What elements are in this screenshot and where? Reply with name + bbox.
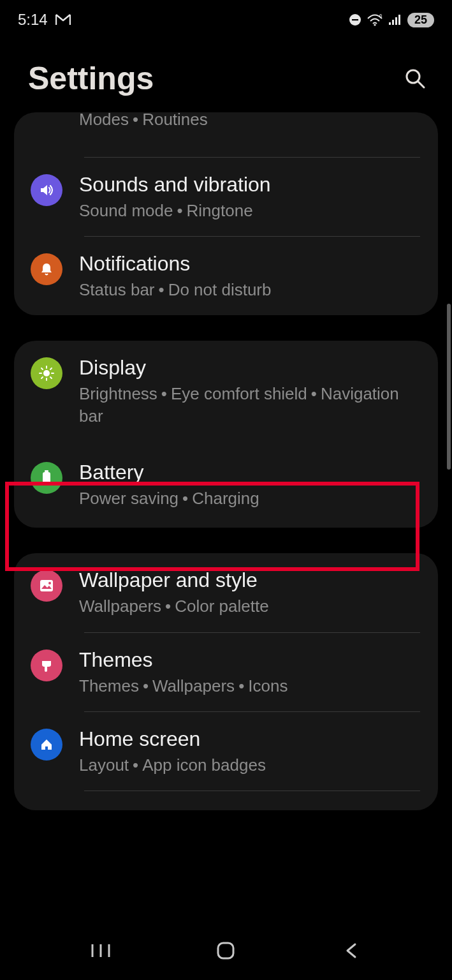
sub-b: Wallpapers [152, 676, 235, 695]
settings-list[interactable]: Modes•Routines Sounds and vibration Soun… [0, 112, 452, 929]
row-title: Notifications [79, 251, 419, 276]
sub-a: Status bar [79, 280, 155, 299]
search-button[interactable] [401, 64, 429, 93]
nav-back-button[interactable] [329, 935, 374, 967]
svg-line-9 [418, 82, 424, 87]
row-texts: Sounds and vibration Sound mode•Ringtone [79, 172, 419, 222]
svg-text:6: 6 [379, 13, 383, 19]
nav-recents-button[interactable] [78, 935, 123, 967]
sub-a: Sound mode [79, 201, 173, 220]
status-time: 5:14 [18, 11, 48, 29]
svg-rect-20 [43, 472, 50, 485]
sub-b: Ringtone [187, 201, 253, 220]
row-texts: Home screen Layout•App icon badges [79, 726, 419, 776]
row-title: Battery [79, 459, 419, 485]
row-texts: Themes Themes•Wallpapers•Icons [79, 647, 419, 697]
svg-line-15 [41, 368, 43, 369]
navigation-bar [0, 929, 452, 980]
row-texts: Notifications Status bar•Do not disturb [79, 251, 419, 301]
battery-level-badge: 25 [407, 13, 434, 27]
svg-rect-7 [398, 15, 400, 25]
page-title: Settings [28, 60, 154, 97]
settings-row-themes[interactable]: Themes Themes•Wallpapers•Icons [14, 633, 438, 711]
wifi-icon: 6 [367, 13, 383, 26]
sub-a: Modes [79, 112, 129, 129]
svg-rect-26 [218, 943, 233, 958]
settings-row-display[interactable]: Display Brightness•Eye comfort shield•Na… [14, 341, 438, 442]
settings-group-2: Display Brightness•Eye comfort shield•Na… [14, 341, 438, 528]
signal-icon [388, 14, 402, 26]
home-icon [31, 729, 62, 761]
brightness-icon [31, 357, 62, 389]
header: Settings [0, 36, 452, 112]
settings-row-modes[interactable]: Modes•Routines [14, 112, 438, 157]
svg-rect-4 [389, 22, 391, 25]
row-texts: Wallpaper and style Wallpapers•Color pal… [79, 567, 419, 618]
row-texts: Modes•Routines [79, 112, 419, 131]
settings-row-home[interactable]: Home screen Layout•App icon badges [14, 712, 438, 791]
svg-rect-1 [352, 19, 358, 20]
sub-b: Routines [142, 112, 208, 129]
row-subtitle: Sound mode•Ringtone [79, 200, 419, 222]
gmail-icon [55, 14, 71, 26]
svg-line-17 [50, 368, 52, 369]
settings-group-1: Modes•Routines Sounds and vibration Soun… [14, 112, 438, 315]
svg-rect-21 [40, 580, 53, 591]
svg-line-16 [50, 377, 52, 378]
settings-group-3: Wallpaper and style Wallpapers•Color pal… [14, 553, 438, 810]
settings-row-partial[interactable] [14, 791, 438, 810]
row-subtitle: Modes•Routines [79, 112, 419, 131]
sub-a: Power saving [79, 489, 179, 508]
sub-b: Color palette [175, 597, 268, 616]
row-subtitle: Brightness•Eye comfort shield•Navigation… [79, 383, 419, 427]
sub-b: Charging [192, 489, 259, 508]
sub-a: Brightness [79, 384, 157, 403]
nav-home-button[interactable] [203, 935, 248, 967]
sub-a: Wallpapers [79, 597, 161, 616]
recents-icon [90, 942, 112, 960]
svg-rect-19 [45, 470, 48, 472]
row-subtitle: Wallpapers•Color palette [79, 595, 419, 618]
row-title: Wallpaper and style [79, 567, 419, 593]
picture-icon [31, 570, 62, 602]
settings-row-sounds[interactable]: Sounds and vibration Sound mode•Ringtone [14, 158, 438, 236]
row-title: Display [79, 355, 419, 380]
status-right: 6 25 [349, 13, 434, 27]
dnd-icon [349, 13, 361, 26]
back-icon [342, 942, 360, 960]
svg-point-10 [43, 370, 50, 376]
svg-rect-6 [395, 17, 397, 25]
sub-a: Layout [79, 755, 129, 775]
bell-icon [31, 253, 62, 285]
sub-b: Eye comfort shield [171, 384, 307, 403]
row-texts: Display Brightness•Eye comfort shield•Na… [79, 355, 419, 427]
sub-b: App icon badges [142, 755, 266, 775]
status-bar: 5:14 6 25 [0, 0, 452, 36]
sub-c: Icons [248, 676, 288, 695]
svg-rect-5 [392, 20, 394, 25]
paint-brush-icon [31, 650, 62, 681]
svg-line-18 [41, 377, 43, 378]
battery-icon [31, 462, 62, 494]
volume-icon [31, 174, 62, 206]
search-icon [404, 68, 426, 89]
row-title: Themes [79, 647, 419, 672]
home-nav-icon [215, 940, 237, 961]
row-subtitle: Themes•Wallpapers•Icons [79, 675, 419, 697]
scrollbar-thumb[interactable] [447, 304, 451, 470]
svg-point-22 [48, 582, 51, 584]
status-left: 5:14 [18, 11, 71, 29]
settings-row-notifications[interactable]: Notifications Status bar•Do not disturb [14, 237, 438, 315]
settings-row-wallpaper[interactable]: Wallpaper and style Wallpapers•Color pal… [14, 553, 438, 632]
row-subtitle: Layout•App icon badges [79, 754, 419, 776]
svg-point-2 [374, 24, 375, 26]
sub-a: Themes [79, 676, 139, 695]
row-title: Sounds and vibration [79, 172, 419, 197]
settings-row-battery[interactable]: Battery Power saving•Charging [14, 442, 438, 528]
row-title: Home screen [79, 726, 419, 752]
sub-b: Do not disturb [168, 280, 272, 299]
row-subtitle: Status bar•Do not disturb [79, 279, 419, 301]
row-subtitle: Power saving•Charging [79, 487, 419, 510]
row-texts: Battery Power saving•Charging [79, 459, 419, 510]
